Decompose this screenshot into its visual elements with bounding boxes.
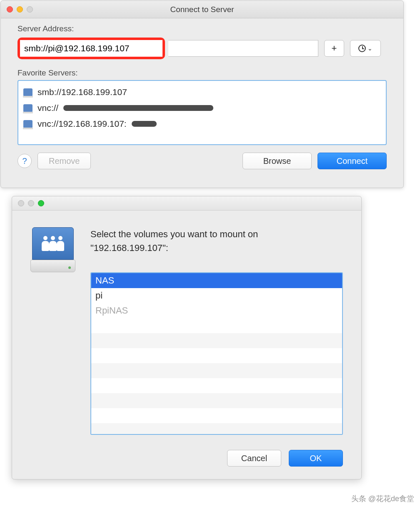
help-icon: ? bbox=[22, 156, 27, 166]
history-button[interactable]: ⌄ bbox=[350, 40, 381, 57]
network-disk-icon bbox=[30, 227, 75, 274]
favorite-text: vnc://192.168.199.107: bbox=[38, 119, 127, 129]
server-icon bbox=[23, 120, 32, 128]
titlebar: Connect to Server bbox=[1, 1, 403, 18]
favorites-label: Favorite Servers: bbox=[18, 68, 387, 78]
server-address-input[interactable] bbox=[20, 40, 162, 57]
favorite-text: smb://192.168.199.107 bbox=[38, 87, 127, 97]
redaction-bar bbox=[132, 121, 157, 127]
favorite-item[interactable]: smb://192.168.199.107 bbox=[21, 84, 383, 100]
server-icon bbox=[23, 104, 32, 112]
volume-item[interactable]: NAS bbox=[91, 273, 342, 288]
add-button[interactable]: + bbox=[324, 40, 344, 57]
prompt-text: Select the volumes you want to mount on … bbox=[90, 227, 343, 255]
clock-icon bbox=[358, 45, 366, 52]
mount-volumes-window: Select the volumes you want to mount on … bbox=[12, 196, 362, 479]
ok-button[interactable]: OK bbox=[289, 450, 343, 467]
server-address-label: Server Address: bbox=[18, 24, 387, 33]
close-icon bbox=[18, 200, 24, 206]
zoom-icon[interactable] bbox=[38, 200, 44, 206]
server-address-extent[interactable] bbox=[168, 40, 318, 57]
titlebar bbox=[12, 196, 361, 211]
volume-item[interactable]: pi bbox=[91, 288, 342, 303]
watermark: 头条 @花花de食堂 bbox=[351, 494, 414, 504]
connect-button[interactable]: Connect bbox=[318, 153, 387, 169]
favorite-item[interactable]: vnc:// bbox=[21, 100, 383, 116]
plus-icon: + bbox=[332, 43, 337, 54]
chevron-down-icon: ⌄ bbox=[368, 45, 372, 52]
remove-button: Remove bbox=[38, 153, 91, 169]
browse-button[interactable]: Browse bbox=[242, 153, 312, 169]
minimize-icon bbox=[28, 200, 34, 206]
favorite-text: vnc:// bbox=[38, 103, 58, 113]
connect-to-server-window: Connect to Server Server Address: + ⌄ Fa… bbox=[0, 0, 404, 188]
redaction-bar bbox=[63, 105, 213, 111]
volume-item[interactable]: RpiNAS bbox=[91, 303, 342, 318]
server-address-highlight bbox=[18, 38, 165, 59]
volumes-list[interactable]: NAS pi RpiNAS bbox=[90, 272, 343, 435]
help-button[interactable]: ? bbox=[18, 154, 32, 168]
favorite-item[interactable]: vnc://192.168.199.107: bbox=[21, 116, 383, 132]
server-icon bbox=[23, 88, 32, 96]
window-title: Connect to Server bbox=[1, 5, 403, 14]
cancel-button[interactable]: Cancel bbox=[227, 450, 281, 467]
favorites-list[interactable]: smb://192.168.199.107 vnc:// vnc://192.1… bbox=[18, 80, 387, 145]
